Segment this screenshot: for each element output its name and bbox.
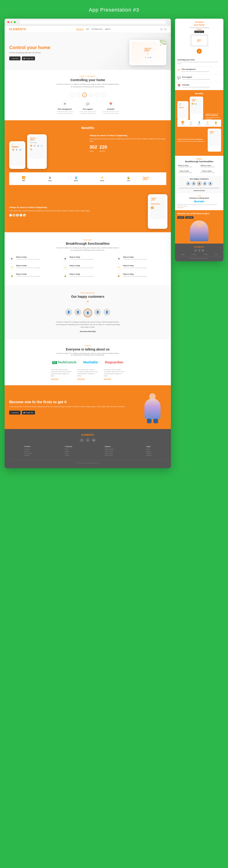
phone-temp-icon: 🌡 (15, 148, 18, 151)
sp-social-tw[interactable]: t (198, 249, 201, 252)
sp-social-li[interactable]: in (201, 249, 204, 252)
avatar-4[interactable]: 👤 (94, 309, 101, 316)
pl-icon-2: ☀ (33, 145, 36, 147)
benefits-second-icons: ☀ 📶 💧 ⚡ 🔒 (9, 214, 144, 217)
sp-b2-desc: Lorem ipsum dolor sit amet consectetur a… (177, 141, 206, 142)
cta-text: Become one fo the firsts to get it Lorem… (9, 400, 139, 415)
nav-item-about[interactable]: ABOUT (105, 28, 110, 30)
hero-title: Control your home (9, 45, 129, 50)
cta-app-store-button[interactable]:  App Store (9, 411, 21, 414)
feature-schedule-title: Schedule (102, 108, 120, 110)
avatar-1[interactable]: 👤 (65, 309, 72, 316)
footer-link-cookies[interactable]: Cookies (146, 453, 151, 454)
sp-time-row: ⏱ Time management Lorem ipsum dolor sit … (177, 68, 221, 72)
footer-link-privacy[interactable]: Privacy (146, 451, 151, 452)
footer-link-careers[interactable]: Careers (65, 451, 72, 452)
press-read-more-2[interactable]: Read article (77, 378, 98, 379)
tc-badge: TC (52, 361, 57, 364)
b2-icon-5: 🔒 (23, 214, 26, 217)
pl-icon-1: 📶 (30, 145, 32, 147)
func-grid: ⚙ Easy to setup Lorem ipsum dolor sit am… (9, 256, 166, 278)
social-linkedin[interactable]: in (92, 438, 96, 442)
func-title-9: Easy to setup (123, 273, 148, 275)
phone-large-icons: 📶 ☀ 💧 ⚡ 🔒 (30, 145, 44, 151)
sp-press-read-more[interactable]: Read article (177, 207, 221, 208)
sp-func-item-3-title: ⚡ Easy to setup (178, 170, 198, 172)
sp-phone-sm: 7 (177, 101, 188, 120)
sp-footer: ELEMENTO f t in Product Company Support … (175, 244, 223, 261)
func-text-6: Easy to setup Lorem ipsum dolor sit amet… (123, 265, 148, 269)
func-item-1: ⚙ Easy to setup Lorem ipsum dolor sit am… (9, 256, 59, 261)
footer-link-about[interactable]: About (65, 448, 72, 450)
sp-social-fb[interactable]: f (194, 249, 197, 252)
sp-benefits-row2-text: Always be aware of what is happening Lor… (177, 138, 206, 142)
func-item-5: ⚡ Easy to setup Lorem ipsum dolor sit am… (63, 265, 112, 270)
press-logo-techcrunch: TCTechCrunch (52, 361, 76, 364)
cta-play-store-button[interactable]: ▶ Google Play (22, 411, 35, 414)
footer-link-contact[interactable]: Contact (65, 455, 72, 456)
nav-item-project[interactable]: PROJECT (76, 28, 84, 30)
site-footer: ELEMENTO f t in Product Features Pricing… (5, 429, 171, 468)
sp-controlling: Controlling your home We aim to make IoT… (175, 57, 223, 67)
footer-link-features[interactable]: Features (24, 448, 32, 450)
footer-link-help-center[interactable]: Helper center (104, 451, 113, 452)
func-desc-1: Lorem ipsum dolor sit amet consectetur (16, 258, 40, 260)
sp-phone-sm-inner: 7 (178, 102, 188, 118)
footer-link-getting-started[interactable]: Getting started (104, 448, 113, 450)
social-facebook[interactable]: f (80, 438, 84, 442)
footer-link-report-bug[interactable]: Report a bug (104, 455, 113, 456)
avatar-5[interactable]: 👤 (103, 309, 110, 316)
benefit-number-2: 220 devices (99, 145, 107, 152)
footer-link-server-status[interactable]: Server status (104, 453, 113, 454)
hero-text: Control your home Control everything wit… (9, 45, 129, 60)
play-store-button[interactable]: ▶ Google Play (22, 57, 35, 60)
func-item-8: 🔒 Easy to setup Lorem ipsum dolor sit am… (63, 273, 112, 278)
footer-link-news[interactable]: News (65, 453, 72, 454)
social-twitter[interactable]: t (86, 438, 90, 442)
avatar-3-active[interactable]: 👤 (84, 309, 92, 317)
sp-cta-play-btn[interactable]: Google Play (185, 216, 193, 219)
b2-icon-4: ⚡ (20, 214, 22, 217)
feature-support-desc: Lorem ipsum dolor sit amet consectetur a… (78, 111, 97, 115)
sp-avatar-2[interactable]: 👤 (191, 181, 196, 186)
sp-func-item-2-desc: Lorem ipsum dolor sit amet (201, 166, 221, 167)
footer-logo: ELEMENTO (9, 434, 166, 436)
sp-cta-app-btn[interactable]: App Store (177, 216, 184, 219)
app-store-button[interactable]:  App Store (9, 57, 21, 60)
press-read-more-3[interactable]: Read article (104, 378, 125, 379)
page-title: App Presentation #3 (89, 7, 139, 13)
footer-copyright: © 2018 Elemento. All rights reserved. (9, 460, 166, 464)
how-label: How it works? (9, 75, 166, 77)
footer-link-terms[interactable]: Terms (146, 448, 151, 450)
func-item-7: 🔒 Easy to setup Lorem ipsum dolor sit am… (9, 273, 59, 278)
func-desc-9: Lorem ipsum dolor sit amet consectetur (123, 275, 148, 277)
nav-item-app[interactable]: APP (86, 28, 89, 30)
footer-link-pricing[interactable]: Pricing (24, 451, 32, 452)
func-title-8: Easy to setup (70, 273, 94, 275)
sp-feat-temp-icon: 🌡 (188, 121, 195, 124)
sp-avatar-5[interactable]: 👤 (208, 181, 213, 186)
avatar-2[interactable]: 👤 (74, 309, 82, 316)
sp-avatar-3[interactable]: 👤 (197, 181, 201, 186)
footer-link-reviews[interactable]: Reviews (24, 455, 32, 456)
benefit-wifi-title: WiFi (13, 180, 35, 181)
sp-app-store-btn[interactable]: ▶ Google Play (194, 31, 204, 33)
sp-benefits: Benefits 7 30° 📶 ☀ (175, 90, 223, 156)
sp-cta-buttons: App Store Google Play (177, 216, 221, 219)
sp-b2-title: Always be aware of what is happening (177, 138, 206, 140)
b2-icon-2: 📶 (13, 214, 15, 217)
step-1: 1 (69, 93, 74, 97)
feature-schedule-desc: Lorem ipsum dolor sit amet consectetur a… (102, 111, 120, 115)
press-read-more-1[interactable]: Read article (51, 378, 72, 379)
func-title-3: Easy to setup (123, 256, 148, 258)
footer-link-case-studies[interactable]: Case studies (24, 453, 32, 454)
sp-avatar-4[interactable]: 👤 (202, 181, 207, 186)
footer-link-settings[interactable]: Settings (146, 455, 151, 456)
nav-item-technology[interactable]: TECHNOLOGY (91, 28, 103, 30)
how-desc: We aim to make IoT a reality by providin… (56, 83, 120, 88)
sp-support-title: Free support (182, 76, 210, 78)
apple-icon:  (11, 57, 12, 59)
sp-footer-social: f t in (177, 249, 221, 252)
sp-avatar-1[interactable]: 👤 (186, 181, 191, 186)
browser-dot-yellow (10, 21, 12, 23)
